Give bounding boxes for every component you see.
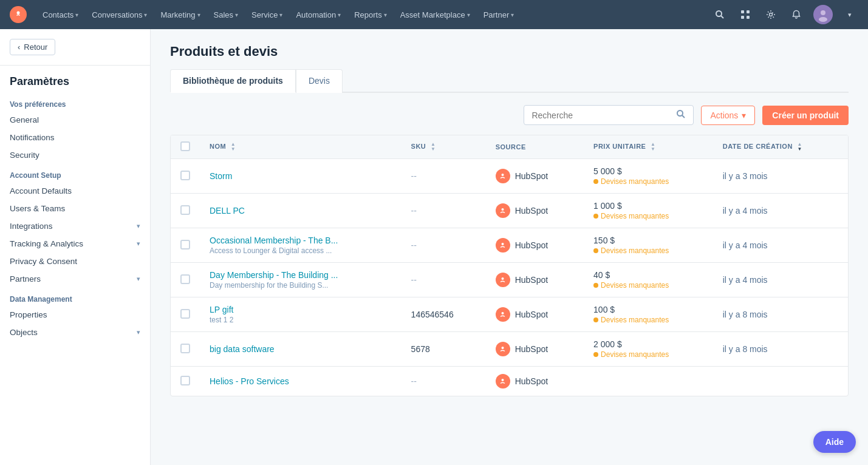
row-checkbox-3[interactable] — [180, 274, 190, 284]
product-name-link-3[interactable]: Day Membership - The Building ... — [210, 270, 392, 280]
row-price-cell: 150 $ Devises manquantes — [584, 228, 713, 263]
row-name-cell: Day Membership - The Building ... Day me… — [200, 263, 402, 297]
row-checkbox-0[interactable] — [180, 171, 190, 180]
row-checkbox-cell — [171, 159, 200, 194]
settings-icon[interactable] — [762, 6, 779, 23]
svg-point-15 — [502, 243, 504, 245]
product-name-link-2[interactable]: Occasional Membership - The B... — [210, 236, 392, 245]
sidebar-item-tracking-analytics[interactable]: Tracking & Analytics ▾ — [0, 235, 150, 253]
chevron-down-icon: ▾ — [511, 12, 514, 18]
source-label: HubSpot — [515, 310, 548, 319]
row-date-cell: il y a 4 mois — [713, 263, 848, 297]
row-name-cell: Helios - Pro Services — [200, 367, 402, 396]
product-desc-2: Access to Lounger & Digital access ... — [210, 246, 392, 255]
product-desc-4: test 1 2 — [210, 316, 392, 324]
notifications-icon[interactable] — [788, 6, 805, 23]
tab-product-library[interactable]: Bibliothèque de produits — [170, 69, 296, 93]
row-price-cell — [584, 367, 713, 396]
row-sku-value: -- — [411, 240, 417, 250]
nav-partner[interactable]: Partner ▾ — [477, 7, 521, 23]
main-content: Produits et devis Bibliothèque de produi… — [151, 29, 868, 465]
chevron-icon: ▾ — [137, 275, 140, 283]
currency-warning: Devises manquantes — [593, 281, 703, 290]
user-avatar[interactable] — [813, 5, 833, 24]
search-input[interactable] — [531, 110, 676, 120]
tab-quotes[interactable]: Devis — [296, 69, 343, 93]
sidebar-item-users-teams[interactable]: Users & Teams — [0, 200, 150, 217]
chevron-down-icon: ▾ — [197, 12, 200, 18]
nav-marketing[interactable]: Marketing ▾ — [154, 7, 206, 23]
row-date-cell: il y a 8 mois — [713, 297, 848, 332]
date-value: il y a 4 mois — [723, 275, 768, 285]
source-container: HubSpot — [496, 307, 574, 322]
chevron-down-icon: ▾ — [235, 12, 238, 18]
table-row: LP gift test 1 2 146546546 HubSpot 100 $… — [171, 297, 848, 332]
sidebar-item-security[interactable]: Security — [0, 146, 150, 164]
row-name-cell: Storm — [200, 159, 402, 194]
price-value: 2 000 $ — [593, 339, 703, 349]
currency-warning: Devises manquantes — [593, 316, 703, 324]
nav-service[interactable]: Service ▾ — [245, 7, 289, 23]
sidebar-item-privacy-consent[interactable]: Privacy & Consent — [0, 253, 150, 270]
app-layout: ‹ Retour Paramètres Vos préférences Gene… — [0, 29, 868, 465]
sidebar-item-properties[interactable]: Properties — [0, 306, 150, 324]
row-checkbox-cell — [171, 297, 200, 332]
sort-sku-icon[interactable]: ▲▼ — [431, 142, 436, 152]
row-source-cell: HubSpot — [486, 263, 584, 297]
nav-conversations[interactable]: Conversations ▾ — [86, 7, 153, 23]
product-name-link-4[interactable]: LP gift — [210, 305, 392, 314]
row-sku-value: -- — [411, 206, 417, 216]
sidebar-item-notifications[interactable]: Notifications — [0, 129, 150, 146]
source-label: HubSpot — [515, 240, 548, 250]
row-checkbox-1[interactable] — [180, 205, 190, 215]
date-value: il y a 4 mois — [723, 240, 768, 250]
hubspot-logo[interactable] — [10, 6, 27, 23]
select-all-checkbox[interactable] — [180, 141, 190, 151]
sidebar-title: Paramètres — [0, 66, 150, 93]
nav-automation[interactable]: Automation ▾ — [290, 7, 347, 23]
row-checkbox-6[interactable] — [180, 376, 190, 385]
create-product-button[interactable]: Créer un produit — [762, 106, 849, 125]
hubspot-source-icon — [496, 203, 510, 218]
sort-name-icon[interactable]: ▲▼ — [231, 142, 236, 152]
product-name-link-5[interactable]: big data software — [210, 344, 392, 354]
sort-date-icon[interactable]: ▲▼ — [797, 142, 802, 152]
products-table: NOM ▲▼ SKU ▲▼ SOURCE — [170, 135, 849, 396]
aide-button[interactable]: Aide — [813, 431, 856, 453]
row-checkbox-4[interactable] — [180, 309, 190, 319]
row-sku-cell: -- — [402, 228, 486, 263]
row-checkbox-2[interactable] — [180, 240, 190, 249]
search-icon[interactable] — [711, 6, 728, 23]
sidebar-item-integrations[interactable]: Integrations ▾ — [0, 217, 150, 235]
chevron-down-icon: ▾ — [742, 110, 746, 120]
nav-contacts[interactable]: Contacts ▾ — [36, 7, 84, 23]
row-checkbox-5[interactable] — [180, 344, 190, 353]
sidebar-item-account-defaults[interactable]: Account Defaults — [0, 182, 150, 200]
nav-sales[interactable]: Sales ▾ — [208, 7, 245, 23]
sidebar-item-general[interactable]: General — [0, 111, 150, 129]
chevron-down-icon: ▾ — [338, 12, 341, 18]
price-value: 150 $ — [593, 236, 703, 245]
nav-reports[interactable]: Reports ▾ — [348, 7, 393, 23]
row-name-cell: LP gift test 1 2 — [200, 297, 402, 332]
source-label: HubSpot — [515, 171, 548, 181]
nav-asset-marketplace[interactable]: Asset Marketplace ▾ — [394, 7, 476, 23]
sidebar-section-account-setup: Account Setup — [0, 164, 150, 182]
sort-price-icon[interactable]: ▲▼ — [651, 142, 655, 152]
sidebar-item-partners[interactable]: Partners ▾ — [0, 270, 150, 288]
source-container: HubSpot — [496, 203, 574, 218]
product-name-link-1[interactable]: DELL PC — [210, 206, 392, 216]
sidebar-item-objects[interactable]: Objects ▾ — [0, 324, 150, 341]
account-dropdown-icon[interactable]: ▾ — [841, 6, 858, 23]
row-sku-cell: -- — [402, 263, 486, 297]
actions-button[interactable]: Actions ▾ — [701, 106, 755, 125]
hubspot-source-icon — [496, 307, 510, 322]
apps-icon[interactable] — [737, 6, 754, 23]
search-container — [524, 105, 694, 125]
product-name-link-6[interactable]: Helios - Pro Services — [210, 376, 392, 386]
svg-point-19 — [502, 379, 504, 381]
back-button[interactable]: ‹ Retour — [10, 39, 55, 55]
header-source: SOURCE — [486, 135, 584, 159]
svg-point-9 — [821, 10, 825, 15]
product-name-link-0[interactable]: Storm — [210, 171, 392, 181]
